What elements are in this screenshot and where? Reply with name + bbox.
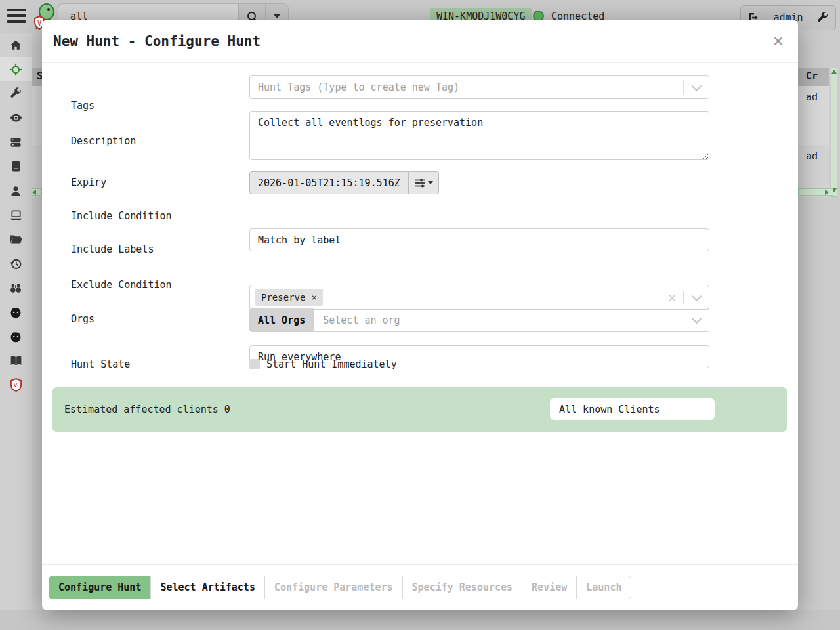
velociraptor-shield-icon: V	[10, 378, 22, 392]
table-header-creator: Cr	[798, 68, 830, 86]
home-icon	[9, 39, 22, 52]
chevron-down-icon	[274, 14, 280, 18]
vertical-scrollbar[interactable]	[831, 68, 837, 197]
github-icon	[9, 306, 22, 319]
table-cell-creator: ad	[798, 86, 830, 145]
sidebar-item-users[interactable]	[0, 178, 32, 203]
folder-open-icon	[9, 232, 23, 246]
chevron-down-icon	[691, 81, 702, 91]
expiry-label: Expiry	[71, 177, 106, 188]
include-labels-multiselect[interactable]: Preserve × ×	[249, 285, 709, 310]
user-icon	[9, 184, 22, 198]
chevron-down-icon	[691, 291, 702, 301]
new-hunt-modal: New Hunt - Configure Hunt × Tags Hunt Ta…	[42, 20, 798, 610]
hamburger-menu-icon[interactable]	[7, 9, 26, 24]
binoculars-icon	[9, 282, 22, 295]
expiry-picker-button[interactable]	[409, 171, 439, 194]
include-labels-label: Include Labels	[71, 243, 154, 255]
modal-title: New Hunt - Configure Hunt	[53, 33, 261, 49]
svg-text:V: V	[13, 381, 17, 388]
expiry-value[interactable]: 2026-01-05T21:15:19.516Z	[249, 171, 409, 194]
hunt-table-fragment-left: S	[32, 62, 42, 197]
horizontal-scrollbar-right[interactable]	[798, 188, 833, 196]
table-header-state: S	[32, 68, 42, 86]
sidebar-item-journal[interactable]	[0, 154, 32, 178]
estimated-clients-text: Estimated affected clients 0	[64, 404, 230, 415]
tab-launch: Launch	[576, 576, 631, 599]
sidebar-item-velociraptor[interactable]: V	[0, 373, 32, 397]
chevron-down-icon	[428, 181, 433, 184]
sidebar-item-github-2[interactable]	[0, 324, 32, 348]
sidebar-item-history[interactable]	[0, 251, 32, 276]
sidebar-item-filestore[interactable]	[0, 227, 32, 251]
journal-icon	[10, 160, 22, 173]
svg-text:V: V	[37, 20, 41, 27]
status-footer: 2025-12-29T21:16:16.680Z	[0, 610, 840, 630]
clear-all-icon[interactable]: ×	[662, 290, 683, 304]
left-sidebar: V	[0, 33, 32, 610]
header-divider	[42, 62, 798, 63]
dropdown-toggle[interactable]	[684, 312, 709, 327]
dropdown-toggle[interactable]	[684, 295, 709, 300]
tags-label: Tags	[71, 100, 94, 112]
hunt-table-fragment-right: Cr ad ad	[798, 62, 840, 197]
start-hunt-checkbox-label: Start Hunt Immediately	[266, 358, 397, 370]
wizard-tabs: Configure Hunt Select Artifacts Configur…	[49, 576, 631, 599]
table-row	[32, 86, 42, 145]
sidebar-item-overview[interactable]	[0, 106, 32, 130]
sidebar-item-tools[interactable]	[0, 81, 32, 106]
close-icon[interactable]: ×	[773, 32, 784, 49]
wrench-icon	[817, 12, 829, 24]
hunt-state-label: Hunt State	[71, 358, 130, 370]
laptop-icon	[9, 208, 23, 222]
eye-icon	[9, 111, 23, 125]
tab-select-artifacts[interactable]: Select Artifacts	[150, 576, 265, 599]
tags-select[interactable]: Hunt Tags (Type to create new Tag)	[249, 75, 709, 99]
github-icon	[9, 330, 22, 343]
orgs-label: Orgs	[71, 313, 94, 325]
include-condition-label: Include Condition	[71, 210, 172, 222]
sliders-icon	[415, 178, 425, 188]
tab-review: Review	[522, 576, 577, 599]
horizontal-scrollbar-left[interactable]	[32, 188, 42, 196]
scroll-up-icon	[831, 70, 837, 74]
sidebar-item-docs[interactable]	[0, 348, 32, 373]
include-condition-value: Match by label	[258, 234, 341, 246]
exclude-condition-label: Exclude Condition	[71, 279, 172, 291]
all-orgs-button[interactable]: All Orgs	[249, 308, 314, 332]
crosshair-icon	[9, 63, 22, 76]
sidebar-item-clients[interactable]	[0, 203, 32, 227]
client-scope-button[interactable]: All known Clients	[550, 398, 715, 420]
sidebar-item-github-1[interactable]	[0, 300, 32, 324]
sidebar-item-search-all[interactable]	[0, 276, 32, 300]
sidebar-item-server[interactable]	[0, 130, 32, 154]
start-hunt-checkbox[interactable]	[249, 359, 260, 369]
orgs-select[interactable]: Select an org	[314, 308, 709, 332]
label-chip-text: Preserve	[261, 292, 305, 303]
tab-specify-resources: Specify Resources	[402, 576, 523, 599]
chevron-down-icon	[691, 314, 702, 324]
server-icon	[9, 136, 22, 149]
wizard-footer: Configure Hunt Select Artifacts Configur…	[42, 564, 798, 611]
sidebar-item-home[interactable]	[0, 33, 32, 57]
estimate-panel: Estimated affected clients 0 All known C…	[52, 387, 787, 432]
scroll-left-icon	[32, 190, 36, 195]
tab-configure-parameters: Configure Parameters	[264, 576, 403, 599]
dropdown-toggle[interactable]	[683, 80, 709, 94]
scroll-right-icon	[825, 190, 829, 195]
book-open-icon	[9, 354, 23, 368]
history-icon	[9, 257, 22, 270]
orgs-placeholder: Select an org	[323, 314, 400, 326]
remove-chip-icon[interactable]: ×	[311, 292, 316, 303]
include-condition-select[interactable]: Match by label	[249, 228, 709, 251]
tags-placeholder: Hunt Tags (Type to create new Tag)	[258, 81, 459, 93]
description-label: Description	[71, 135, 136, 147]
sidebar-item-hunts[interactable]	[0, 57, 32, 81]
wrench-icon	[10, 87, 22, 100]
description-textarea[interactable]: Collect all eventlogs for preservation	[249, 111, 709, 160]
tab-configure-hunt[interactable]: Configure Hunt	[49, 576, 151, 599]
label-chip: Preserve ×	[255, 289, 323, 306]
settings-button[interactable]	[810, 6, 835, 30]
